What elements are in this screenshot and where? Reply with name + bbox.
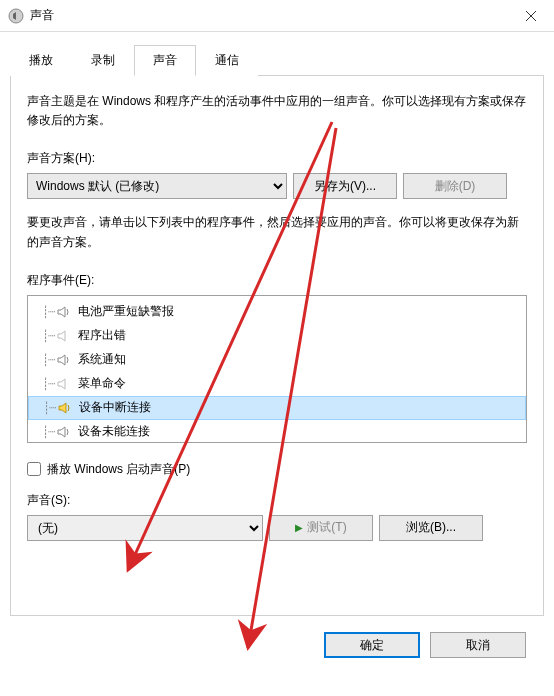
test-button[interactable]: ▶测试(T)	[269, 515, 373, 541]
save-as-button[interactable]: 另存为(V)...	[293, 173, 397, 199]
event-list[interactable]: ┊┈电池严重短缺警报┊┈程序出错┊┈系统通知┊┈菜单命令┊┈设备中断连接┊┈设备…	[27, 295, 527, 443]
startup-sound-checkbox-row[interactable]: 播放 Windows 启动声音(P)	[27, 461, 527, 478]
tabs: 播放 录制 声音 通信	[10, 44, 544, 76]
speaker-icon	[56, 329, 72, 343]
list-item[interactable]: ┊┈菜单命令	[28, 372, 526, 396]
list-item-label: 程序出错	[78, 327, 126, 344]
startup-sound-checkbox[interactable]	[27, 462, 41, 476]
ok-button[interactable]: 确定	[324, 632, 420, 658]
list-item[interactable]: ┊┈设备中断连接	[28, 396, 526, 420]
tree-line-icon: ┊┈	[42, 425, 54, 439]
browse-button[interactable]: 浏览(B)...	[379, 515, 483, 541]
cancel-button[interactable]: 取消	[430, 632, 526, 658]
tab-communications[interactable]: 通信	[196, 45, 258, 76]
tree-line-icon: ┊┈	[43, 401, 55, 415]
play-icon: ▶	[295, 522, 303, 533]
tab-playback[interactable]: 播放	[10, 45, 72, 76]
speaker-icon	[56, 305, 72, 319]
sounds-panel: 声音主题是在 Windows 和程序产生的活动事件中应用的一组声音。你可以选择现…	[10, 76, 544, 616]
delete-scheme-button[interactable]: 删除(D)	[403, 173, 507, 199]
list-item-label: 电池严重短缺警报	[78, 303, 174, 320]
tree-line-icon: ┊┈	[42, 377, 54, 391]
speaker-icon	[56, 425, 72, 439]
tab-sounds[interactable]: 声音	[134, 45, 196, 76]
tab-recording[interactable]: 录制	[72, 45, 134, 76]
titlebar: 声音	[0, 0, 554, 32]
scheme-select[interactable]: Windows 默认 (已修改)	[27, 173, 287, 199]
list-item[interactable]: ┊┈程序出错	[28, 324, 526, 348]
list-item-label: 菜单命令	[78, 375, 126, 392]
list-item[interactable]: ┊┈设备未能连接	[28, 420, 526, 443]
events-label: 程序事件(E):	[27, 272, 527, 289]
list-item[interactable]: ┊┈系统通知	[28, 348, 526, 372]
speaker-icon	[56, 377, 72, 391]
list-item-label: 设备中断连接	[79, 399, 151, 416]
list-item-label: 设备未能连接	[78, 423, 150, 440]
sound-label: 声音(S):	[27, 492, 527, 509]
sound-app-icon	[8, 8, 24, 24]
change-hint: 要更改声音，请单击以下列表中的程序事件，然后选择要应用的声音。你可以将更改保存为…	[27, 213, 527, 251]
startup-sound-label: 播放 Windows 启动声音(P)	[47, 461, 190, 478]
list-item[interactable]: ┊┈电池严重短缺警报	[28, 300, 526, 324]
intro-text: 声音主题是在 Windows 和程序产生的活动事件中应用的一组声音。你可以选择现…	[27, 92, 527, 130]
window-title: 声音	[30, 7, 508, 24]
list-item-label: 系统通知	[78, 351, 126, 368]
speaker-icon	[57, 401, 73, 415]
tree-line-icon: ┊┈	[42, 305, 54, 319]
tree-line-icon: ┊┈	[42, 329, 54, 343]
tree-line-icon: ┊┈	[42, 353, 54, 367]
dialog-buttons: 确定 取消	[10, 616, 544, 666]
sound-select[interactable]: (无)	[27, 515, 263, 541]
scheme-label: 声音方案(H):	[27, 150, 527, 167]
speaker-icon	[56, 353, 72, 367]
close-button[interactable]	[508, 0, 554, 32]
